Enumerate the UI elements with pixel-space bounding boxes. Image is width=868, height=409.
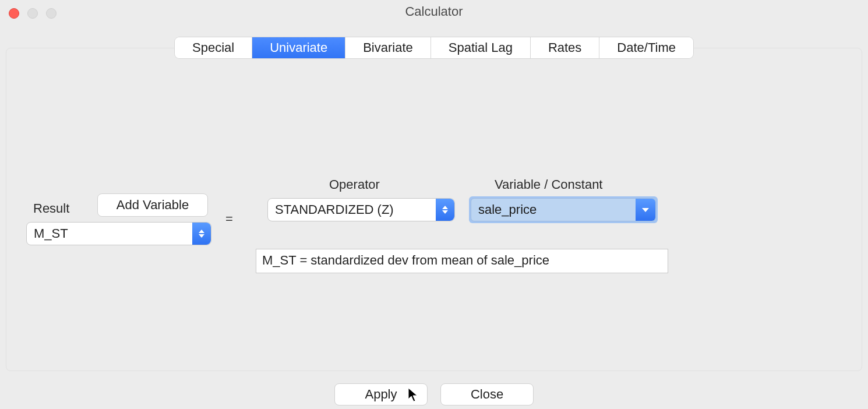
result-select[interactable]: M_ST xyxy=(26,222,211,245)
tab-date-time[interactable]: Date/Time xyxy=(599,37,693,58)
calculator-window: Calculator Special Univariate Bivariate … xyxy=(0,0,868,409)
tab-special[interactable]: Special xyxy=(175,37,252,58)
tab-bar: Special Univariate Bivariate Spatial Lag… xyxy=(0,37,868,58)
stepper-icon xyxy=(192,223,211,245)
variable-combobox-value: sale_price xyxy=(471,202,636,217)
apply-button[interactable]: Apply xyxy=(334,383,428,406)
close-window-button[interactable] xyxy=(9,8,19,19)
variable-combobox[interactable]: sale_price xyxy=(469,196,658,223)
stepper-icon xyxy=(436,199,454,221)
titlebar: Calculator xyxy=(0,0,868,23)
footer-buttons: Apply Close xyxy=(0,383,868,406)
variable-label: Variable / Constant xyxy=(495,177,602,192)
result-select-value: M_ST xyxy=(27,226,192,241)
operator-select[interactable]: STANDARDIZED (Z) xyxy=(267,198,455,221)
tab-spatial-lag[interactable]: Spatial Lag xyxy=(431,37,531,58)
result-label: Result xyxy=(33,201,69,216)
formula-display: M_ST = standardized dev from mean of sal… xyxy=(256,249,668,273)
zoom-window-button[interactable] xyxy=(46,8,57,19)
add-variable-button[interactable]: Add Variable xyxy=(97,193,208,217)
tab-univariate[interactable]: Univariate xyxy=(252,37,345,58)
traffic-lights xyxy=(9,8,57,19)
segmented-control: Special Univariate Bivariate Spatial Lag… xyxy=(175,37,693,58)
close-button[interactable]: Close xyxy=(440,383,534,406)
chevron-down-icon xyxy=(636,199,655,221)
equals-sign: = xyxy=(225,211,233,227)
operator-label: Operator xyxy=(329,177,380,192)
content-panel: Result Add Variable M_ST = Operator STAN… xyxy=(6,48,862,371)
operator-select-value: STANDARDIZED (Z) xyxy=(268,202,436,217)
tab-bivariate[interactable]: Bivariate xyxy=(345,37,431,58)
tab-rates[interactable]: Rates xyxy=(531,37,599,58)
window-title: Calculator xyxy=(9,4,859,19)
minimize-window-button[interactable] xyxy=(27,8,38,19)
